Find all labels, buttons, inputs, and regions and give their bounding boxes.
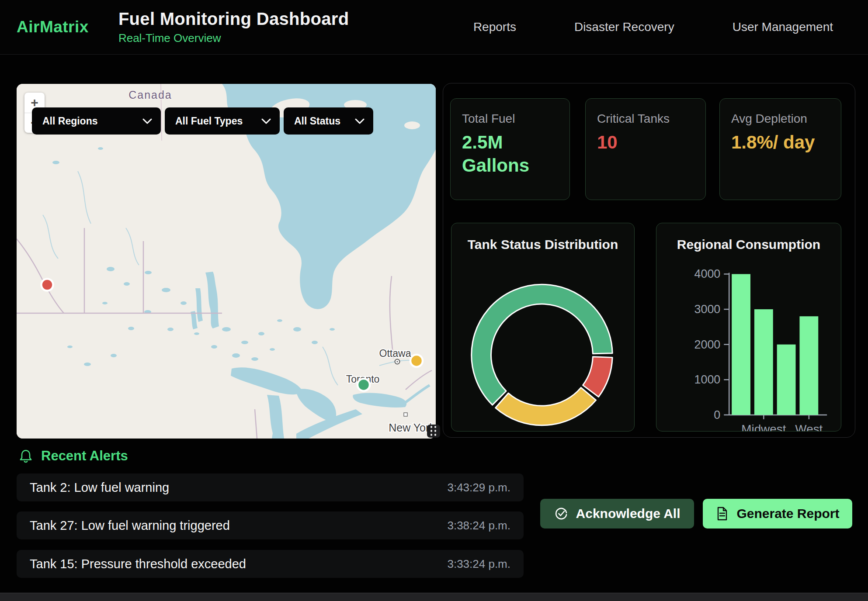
regional-consumption-chart-card: Regional Consumption 01000200030004000Mi…	[656, 223, 841, 432]
brand-logo: AirMatrix	[17, 18, 89, 36]
alert-row[interactable]: Tank 15: Pressure threshold exceeded 3:3…	[17, 550, 524, 578]
critical-tank-marker[interactable]	[42, 279, 53, 291]
page-title: Fuel Monitoring Dashboard	[118, 9, 349, 29]
bar-x-tick-label: Midwest	[741, 422, 786, 431]
resize-grip-handle[interactable]	[427, 425, 440, 438]
bar-y-tick-label: 2000	[694, 338, 721, 351]
stat-label: Avg Depletion	[731, 112, 830, 126]
stat-value: 1.8%/ day	[731, 131, 830, 154]
fuel-map[interactable]: Canada Ottawa Toronto New York + − All R…	[17, 84, 436, 439]
map-canvas[interactable]: Canada Ottawa Toronto New York	[17, 84, 436, 439]
stat-label: Critical Tanks	[597, 112, 694, 126]
donut-segment-critical	[583, 357, 613, 397]
donut-segment-warning	[496, 387, 596, 425]
dashboard: AirMatrix Fuel Monitoring Dashboard Real…	[0, 0, 868, 601]
bar-chart-bars	[732, 274, 818, 414]
region-filter-value: All Regions	[42, 115, 98, 127]
consumption-bar	[732, 274, 750, 414]
alert-row[interactable]: Tank 27: Low fuel warning triggered 3:38…	[17, 511, 524, 539]
fuel-type-filter-dropdown[interactable]: All Fuel Types	[165, 107, 280, 135]
map-island	[404, 121, 420, 129]
tank-status-donut-chart	[451, 223, 634, 431]
consumption-bar	[777, 345, 796, 415]
alert-time: 3:43:29 p.m.	[447, 481, 510, 494]
header-bar: AirMatrix Fuel Monitoring Dashboard Real…	[0, 0, 868, 55]
status-filter-value: All Status	[294, 115, 340, 127]
alert-time: 3:33:24 p.m.	[447, 557, 510, 571]
status-filter-dropdown[interactable]: All Status	[284, 107, 373, 135]
stat-value: 2.5M Gallons	[462, 131, 558, 177]
chevron-down-icon	[261, 118, 271, 124]
alerts-header: Recent Alerts	[18, 448, 128, 464]
map-city-dot-ottawa-inner	[396, 361, 398, 362]
stat-card-critical-tanks: Critical Tanks 10	[585, 98, 706, 200]
map-city-dot-newyork	[404, 413, 407, 416]
stat-card-avg-depletion: Avg Depletion 1.8%/ day	[719, 98, 841, 200]
alert-message: Tank 15: Pressure threshold exceeded	[30, 557, 246, 571]
nav-reports[interactable]: Reports	[473, 20, 516, 34]
alerts-title: Recent Alerts	[41, 448, 128, 464]
main-nav: Reports Disaster Recovery User Managemen…	[473, 20, 868, 34]
map-filter-bar: All Regions All Fuel Types All Status	[32, 107, 373, 135]
alert-message: Tank 2: Low fuel warning	[30, 480, 169, 495]
chevron-down-icon	[355, 118, 365, 124]
bar-y-tick-label: 1000	[694, 373, 721, 386]
alert-row[interactable]: Tank 2: Low fuel warning 3:43:29 p.m.	[17, 473, 524, 501]
bottom-scrollbar-strip[interactable]	[0, 593, 868, 601]
check-circle-icon	[554, 507, 568, 521]
generate-report-label: Generate Report	[736, 506, 839, 521]
bar-y-tick-label: 0	[714, 408, 720, 421]
acknowledge-all-label: Acknowledge All	[576, 506, 681, 521]
bar-x-tick-label: West	[795, 422, 823, 431]
title-block: Fuel Monitoring Dashboard Real-Time Over…	[118, 9, 349, 45]
warning-tank-marker[interactable]	[410, 355, 423, 367]
stat-label: Total Fuel	[462, 112, 558, 126]
nav-user-management[interactable]: User Management	[733, 20, 833, 34]
document-icon	[715, 507, 729, 521]
chevron-down-icon	[142, 118, 152, 124]
consumption-bar	[799, 316, 818, 415]
generate-report-button[interactable]: Generate Report	[703, 499, 852, 528]
region-filter-dropdown[interactable]: All Regions	[32, 107, 161, 135]
alert-time: 3:38:24 p.m.	[447, 519, 510, 532]
stat-value: 10	[597, 131, 694, 154]
regional-consumption-bar-chart: 01000200030004000MidwestWest	[656, 223, 841, 431]
consumption-bar	[754, 309, 773, 415]
acknowledge-all-button[interactable]: Acknowledge All	[540, 499, 694, 528]
bell-icon	[18, 448, 33, 464]
bar-y-tick-label: 3000	[694, 303, 721, 316]
map-label-ottawa: Ottawa	[379, 348, 411, 359]
fuel-type-filter-value: All Fuel Types	[175, 115, 243, 127]
tank-status-chart-card: Tank Status Distribution	[451, 223, 635, 432]
bar-y-tick-label: 4000	[694, 267, 721, 280]
alert-message: Tank 27: Low fuel warning triggered	[30, 518, 230, 533]
page-subtitle: Real-Time Overview	[118, 31, 349, 45]
stat-card-total-fuel: Total Fuel 2.5M Gallons	[450, 98, 570, 200]
nav-disaster-recovery[interactable]: Disaster Recovery	[574, 20, 674, 34]
normal-tank-marker[interactable]	[358, 379, 370, 391]
map-label-canada: Canada	[128, 89, 172, 101]
